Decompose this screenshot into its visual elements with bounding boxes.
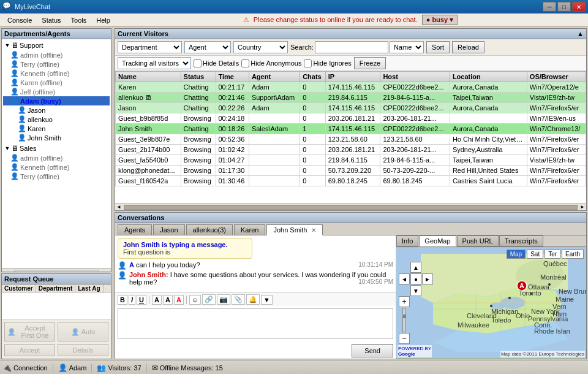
image-button[interactable]: 📷 — [217, 294, 230, 305]
auto-accept-button[interactable]: 👤 Auto — [58, 322, 108, 342]
link-button[interactable]: 🔗 — [202, 294, 216, 305]
accept-button[interactable]: Accept — [4, 344, 55, 356]
status-connection[interactable]: 🔌 Connection — [2, 364, 48, 372]
agent-select[interactable]: Agent All Agents — [184, 41, 231, 53]
col-time[interactable]: Time — [216, 72, 249, 82]
table-row[interactable]: allenkuo 🖹Chatting00:21:46Support\Adam02… — [116, 93, 586, 103]
more-button[interactable]: ▼ — [261, 295, 273, 305]
expand-icon[interactable]: ▼ — [4, 42, 10, 48]
color-button[interactable]: A — [174, 295, 184, 305]
details-button[interactable]: Details — [58, 344, 108, 356]
sub-karen[interactable]: 👤 Karen — [3, 124, 110, 133]
tab-karen[interactable]: Karen — [234, 224, 265, 235]
attach-button[interactable]: 📎 — [232, 294, 245, 305]
sound-button[interactable]: 🔔 — [246, 294, 260, 305]
tab-close-icon[interactable]: ✕ — [311, 227, 316, 234]
smiley-button[interactable]: ☺ — [189, 295, 201, 305]
font-button[interactable]: A — [152, 295, 162, 305]
table-row[interactable]: KarenChatting00:21:17Adam0174.115.46.115… — [116, 82, 586, 93]
nav-center[interactable]: ● — [410, 273, 421, 284]
chat-messages[interactable]: John Smith is typing a message. First qu… — [115, 235, 396, 292]
map-view-map[interactable]: Map — [507, 250, 526, 259]
geo-map[interactable]: A — [396, 247, 586, 359]
department-select[interactable]: Department All Departments — [118, 41, 182, 53]
group-sales[interactable]: ▼ 🖥 Sales — [3, 143, 110, 153]
nav-left[interactable]: ◄ — [399, 273, 410, 284]
scroll-left[interactable]: ◄ — [2, 269, 13, 272]
agent-admin1[interactable]: 👤 admin (offline) — [3, 50, 110, 59]
table-row[interactable]: Guest_fa5540b0Browsing01:04:270219.84.6.… — [116, 155, 586, 166]
info-tab-geomap[interactable]: GeoMap — [419, 235, 456, 246]
agent-kenneth2[interactable]: 👤 Kenneth (offline) — [3, 162, 110, 172]
map-view-earth[interactable]: Earth — [562, 250, 584, 259]
tab-jason[interactable]: Jason — [153, 224, 184, 235]
sub-allenkuo[interactable]: 👤 allenkuo — [3, 115, 110, 124]
col-os[interactable]: OS/Browser — [527, 72, 586, 82]
underline-button[interactable]: U — [137, 295, 146, 305]
agent-kenneth1[interactable]: 👤 Kenneth (offline) — [3, 69, 110, 78]
col-agent[interactable]: Agent — [249, 72, 300, 82]
italic-button[interactable]: I — [129, 295, 135, 305]
info-tab-transcripts[interactable]: Transcripts — [499, 235, 543, 246]
map-view-ter[interactable]: Ter — [545, 250, 560, 259]
col-status[interactable]: Status — [181, 72, 216, 82]
table-row[interactable]: klong@phonedat...Browsing01:17:30050.73.… — [116, 166, 586, 176]
col-chats[interactable]: Chats — [300, 72, 326, 82]
hscroll-thumb[interactable] — [124, 205, 578, 210]
col-name[interactable]: Name — [116, 72, 181, 82]
menu-help[interactable]: Help — [91, 15, 115, 25]
group-support[interactable]: ▼ 🖥 Support — [3, 40, 110, 50]
zoom-in[interactable]: + — [399, 296, 410, 307]
hide-ignores-label[interactable]: Hide Ignores — [304, 59, 351, 67]
chat-input[interactable] — [118, 308, 393, 339]
nav-up[interactable]: ▲ — [410, 262, 421, 273]
maximize-button[interactable]: □ — [557, 2, 571, 12]
reload-button[interactable]: Reload — [452, 41, 484, 53]
agent-terry2[interactable]: 👤 Terry (offline) — [3, 172, 110, 181]
hide-anon-label[interactable]: Hide Anonymous — [241, 59, 301, 67]
nav-right[interactable]: ► — [422, 273, 433, 284]
minimize-button[interactable]: ─ — [543, 2, 556, 12]
table-row[interactable]: Guest_3e9b807eBrowsing00:52:360123.21.58… — [116, 134, 586, 145]
menu-status[interactable]: Status — [37, 15, 66, 25]
tracking-select[interactable]: Tracking all visitors Tracking chatting — [118, 57, 191, 69]
freeze-button[interactable]: Freeze — [354, 57, 386, 69]
font-size-button[interactable]: A — [163, 295, 173, 305]
send-button[interactable]: Send — [352, 344, 393, 357]
col-ip[interactable]: IP — [325, 72, 380, 82]
col-location[interactable]: Location — [450, 72, 527, 82]
hide-ignores-check[interactable] — [304, 59, 312, 67]
col-host[interactable]: Host — [380, 72, 450, 82]
horizontal-scrollbar[interactable]: ◄ ► — [115, 203, 586, 210]
table-row[interactable]: JasonChatting00:22:26Adam0174.115.46.115… — [116, 103, 586, 113]
hide-anon-check[interactable] — [241, 59, 249, 67]
table-row[interactable]: Guest_f160542aBrowsing01:30:46069.80.18.… — [116, 176, 586, 186]
sub-jason[interactable]: 👤 Jason — [3, 105, 110, 115]
hide-details-label[interactable]: Hide Details — [194, 59, 239, 67]
menu-tools[interactable]: Tools — [66, 15, 92, 25]
tab-john-smith[interactable]: John Smith ✕ — [266, 224, 323, 235]
hide-details-check[interactable] — [194, 59, 202, 67]
expand-icon[interactable]: ▼ — [4, 145, 10, 151]
busy-button[interactable]: ● busy ▾ — [422, 15, 458, 25]
sort-button[interactable]: Sort — [426, 41, 450, 53]
agent-admin2[interactable]: 👤 admin (offline) — [3, 153, 110, 162]
menu-console[interactable]: Console — [2, 15, 37, 25]
zoom-out[interactable]: − — [399, 333, 410, 344]
agent-karen1[interactable]: 👤 Karen (offline) — [3, 78, 110, 87]
name-select[interactable]: Name IP ID — [390, 41, 424, 53]
agent-jeff1[interactable]: 👤 Jeff (offline) — [3, 87, 110, 96]
table-row[interactable]: Guest_b9b8f85dBrowsing00:24:180203.206.1… — [116, 113, 586, 124]
scroll-right[interactable]: ► — [99, 269, 111, 272]
nav-down[interactable]: ▼ — [410, 285, 421, 296]
agent-adam[interactable]: 👤 Adam (busy) — [3, 96, 110, 105]
sub-john-smith[interactable]: 👤 John Smith — [3, 133, 110, 142]
table-row[interactable]: John SmithChatting00:18:26Sales\Adam1174… — [116, 124, 586, 134]
country-select[interactable]: Country All Countries — [233, 41, 288, 53]
table-row[interactable]: Guest_2b174b00Browsing01:02:420203.206.1… — [116, 145, 586, 155]
tab-agents[interactable]: Agents — [118, 224, 152, 235]
bold-button[interactable]: B — [118, 295, 127, 305]
info-tab-info[interactable]: Info — [396, 235, 418, 246]
hscroll-left[interactable]: ◄ — [116, 204, 121, 210]
map-view-sat[interactable]: Sat — [527, 250, 543, 259]
